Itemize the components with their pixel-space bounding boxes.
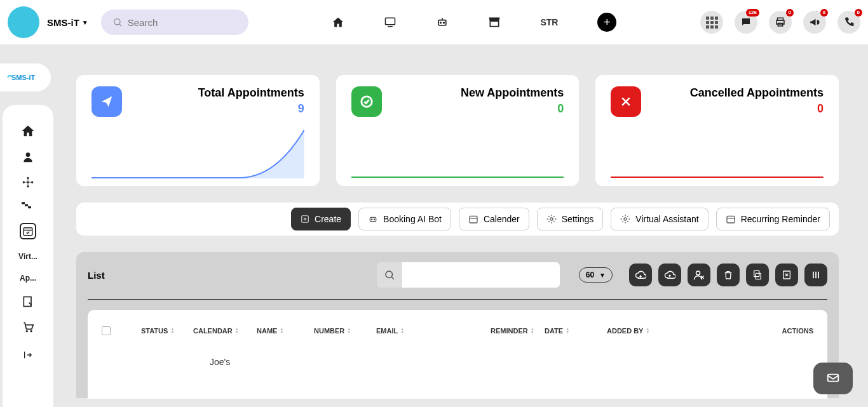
sort-icon: ▲▼ bbox=[531, 328, 534, 334]
table-row[interactable]: Joe's bbox=[102, 357, 813, 367]
phone-button[interactable]: 0 bbox=[837, 11, 860, 34]
svg-point-17 bbox=[27, 185, 29, 187]
col-addedby[interactable]: ADDED BY▲▼ bbox=[607, 327, 658, 335]
col-name[interactable]: NAME▲▼ bbox=[257, 327, 308, 335]
search-icon bbox=[112, 17, 123, 27]
list-search-button[interactable] bbox=[377, 262, 402, 288]
svg-rect-45 bbox=[727, 216, 735, 223]
sidebar: Virt... Ap... bbox=[3, 105, 53, 407]
chat-button[interactable]: 126 bbox=[735, 11, 757, 34]
col-number[interactable]: NUMBER▲▼ bbox=[314, 327, 370, 335]
add-button[interactable]: + bbox=[597, 13, 616, 32]
monitor-icon[interactable] bbox=[384, 17, 397, 28]
chat-fab[interactable] bbox=[813, 363, 853, 394]
phone-badge: 0 bbox=[855, 9, 862, 17]
sort-icon: ▲▼ bbox=[347, 328, 351, 334]
calendar-icon bbox=[468, 214, 478, 224]
side-cart-icon[interactable] bbox=[22, 321, 34, 333]
col-date[interactable]: DATE▲▼ bbox=[545, 327, 600, 335]
robot-icon[interactable] bbox=[436, 16, 449, 29]
topbar: SMS-iT ▼ STR + 126 0 bbox=[0, 0, 868, 44]
cloud-download-icon[interactable] bbox=[629, 264, 652, 286]
table-head: STATUS▲▼ CALENDAR▲▼ NAME▲▼ NUMBER▲▼ EMAI… bbox=[102, 326, 813, 335]
svg-text:SMS-iT: SMS-iT bbox=[11, 74, 36, 81]
cloud-upload-icon[interactable] bbox=[658, 264, 681, 286]
svg-rect-24 bbox=[28, 206, 31, 208]
card-cancelled-value: 0 bbox=[690, 102, 824, 116]
svg-point-14 bbox=[23, 181, 25, 183]
topright: 126 0 0 0 bbox=[700, 11, 860, 34]
calender-button[interactable]: Calender bbox=[459, 208, 529, 230]
recurring-reminder-label: Recurring Reminder bbox=[741, 214, 820, 224]
col-calendar[interactable]: CALENDAR▲▼ bbox=[193, 327, 250, 335]
list-searchbox bbox=[377, 262, 560, 288]
sidebar-logo[interactable]: SMS-iT bbox=[0, 63, 51, 91]
svg-rect-41 bbox=[470, 216, 477, 223]
create-button[interactable]: Create bbox=[291, 208, 351, 230]
sort-icon: ▲▼ bbox=[235, 328, 239, 334]
side-calendar-icon[interactable] bbox=[20, 223, 36, 239]
side-notes-icon[interactable] bbox=[22, 295, 34, 308]
svg-point-15 bbox=[31, 181, 33, 183]
chat-badge: 126 bbox=[746, 9, 759, 17]
settings-label: Settings bbox=[562, 214, 594, 224]
card-new-appointments: New Appointments 0 bbox=[336, 75, 580, 186]
summary-cards: Total Appointments 9 New Appointments 0 bbox=[76, 75, 839, 186]
row-calendar-value: Joe's bbox=[210, 357, 230, 367]
svg-point-5 bbox=[440, 22, 442, 23]
booking-ai-bot-label: Booking AI Bot bbox=[383, 214, 442, 224]
print-button[interactable]: 0 bbox=[769, 11, 792, 34]
megaphone-button[interactable]: 0 bbox=[803, 11, 826, 34]
list-search-input[interactable] bbox=[402, 262, 560, 288]
list-actions-row bbox=[629, 264, 827, 286]
user-remove-icon[interactable] bbox=[688, 264, 710, 286]
search-input[interactable] bbox=[128, 17, 237, 28]
x-icon bbox=[611, 86, 641, 117]
side-user-icon[interactable] bbox=[22, 150, 34, 163]
trash-icon[interactable] bbox=[717, 264, 740, 286]
svg-point-6 bbox=[444, 22, 445, 23]
card-cancelled-appointments: Cancelled Appointments 0 bbox=[595, 75, 839, 186]
avatar[interactable] bbox=[8, 6, 39, 38]
col-email[interactable]: EMAIL▲▼ bbox=[376, 327, 484, 335]
svg-point-43 bbox=[550, 218, 553, 220]
toolbar: Create Booking AI Bot Calender Settings … bbox=[76, 203, 839, 236]
gear-icon bbox=[546, 214, 557, 224]
virtual-assistant-button[interactable]: Virtual Assistant bbox=[611, 208, 708, 230]
select-all-checkbox[interactable] bbox=[102, 326, 111, 335]
list-panel: List 60 ▼ STATUS▲▼ bbox=[76, 252, 839, 398]
side-network-icon[interactable] bbox=[22, 176, 34, 189]
calender-label: Calender bbox=[484, 214, 520, 224]
side-label-virt[interactable]: Virt... bbox=[9, 252, 47, 261]
col-status[interactable]: STATUS▲▼ bbox=[141, 327, 187, 335]
sort-icon: ▲▼ bbox=[566, 328, 569, 334]
svg-point-16 bbox=[27, 177, 29, 179]
svg-rect-25 bbox=[24, 228, 32, 236]
svg-rect-58 bbox=[828, 375, 839, 382]
side-home-icon[interactable] bbox=[21, 124, 35, 138]
card-total-appointments: Total Appointments 9 bbox=[76, 75, 320, 186]
side-label-ap[interactable]: Ap... bbox=[9, 274, 47, 283]
col-reminder[interactable]: REMINDER▲▼ bbox=[491, 327, 538, 335]
home-icon[interactable] bbox=[332, 16, 344, 29]
export-x-icon[interactable] bbox=[775, 264, 798, 286]
booking-ai-bot-button[interactable]: Booking AI Bot bbox=[358, 208, 451, 230]
page-size-select[interactable]: 60 ▼ bbox=[579, 267, 613, 283]
side-logout-icon[interactable] bbox=[23, 350, 33, 360]
columns-icon[interactable] bbox=[804, 264, 827, 286]
svg-point-29 bbox=[30, 330, 32, 332]
str-label[interactable]: STR bbox=[540, 17, 558, 27]
search-input-wrapper[interactable] bbox=[101, 10, 248, 35]
create-label: Create bbox=[315, 214, 341, 224]
card-cancelled-sparkline bbox=[611, 128, 824, 178]
side-steps-icon[interactable] bbox=[22, 201, 34, 210]
recurring-reminder-button[interactable]: Recurring Reminder bbox=[716, 208, 830, 230]
copy-icon[interactable] bbox=[746, 264, 769, 286]
settings-button[interactable]: Settings bbox=[537, 208, 604, 230]
brand-dropdown[interactable]: SMS-iT ▼ bbox=[47, 17, 88, 28]
apps-grid-button[interactable] bbox=[700, 11, 723, 34]
sort-icon: ▲▼ bbox=[280, 328, 283, 334]
list-title: List bbox=[88, 270, 105, 281]
store-icon[interactable] bbox=[488, 16, 501, 29]
svg-point-39 bbox=[371, 219, 372, 220]
